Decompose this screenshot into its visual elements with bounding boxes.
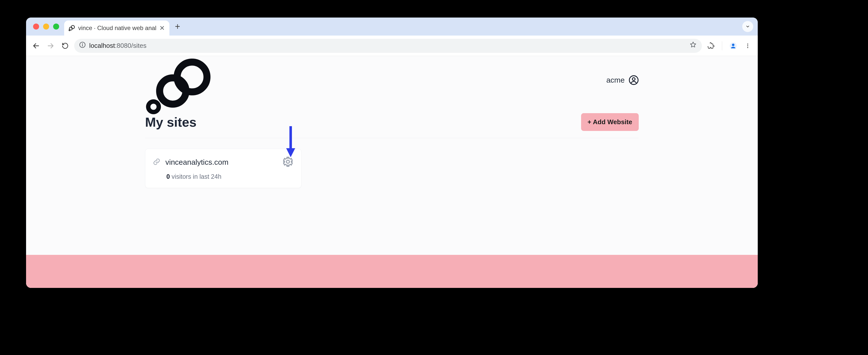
browser-window: vince · Cloud native web anal ✕ + localh…: [26, 18, 758, 288]
svg-point-9: [747, 45, 748, 46]
tab-bar: vince · Cloud native web anal ✕ +: [26, 18, 758, 36]
extensions-button[interactable]: [705, 40, 716, 51]
svg-point-8: [747, 43, 748, 44]
site-card[interactable]: vinceanalytics.com 0 visitors in last 24…: [145, 149, 302, 188]
window-maximize-button[interactable]: [53, 24, 59, 30]
nav-back-button[interactable]: [31, 40, 41, 51]
site-info-icon[interactable]: [79, 41, 86, 50]
svg-point-7: [732, 43, 735, 46]
star-icon: [689, 41, 697, 49]
svg-point-13: [148, 102, 159, 112]
tabs-dropdown-button[interactable]: [742, 21, 753, 32]
puzzle-icon: [707, 42, 714, 49]
browser-tab[interactable]: vince · Cloud native web anal ✕: [64, 21, 169, 36]
tab-close-button[interactable]: ✕: [159, 25, 165, 31]
page-title: My sites: [145, 115, 196, 130]
page-content: acme My sites + Add Website: [26, 56, 758, 288]
app-logo-icon[interactable]: [146, 59, 216, 111]
window-minimize-button[interactable]: [43, 24, 49, 30]
bookmark-star-button[interactable]: [689, 41, 697, 50]
tab-favicon-icon: [69, 25, 75, 31]
svg-point-2: [69, 30, 70, 31]
address-bar[interactable]: localhost:8080/sites: [74, 39, 702, 53]
window-close-button[interactable]: [33, 24, 39, 30]
browser-menu-button[interactable]: [742, 40, 753, 51]
gear-icon: [282, 156, 294, 167]
nav-forward-button[interactable]: [45, 40, 56, 51]
browser-toolbar: localhost:8080/sites: [26, 36, 758, 56]
svg-point-10: [747, 47, 748, 48]
profile-avatar-icon: [730, 42, 737, 50]
svg-point-16: [286, 160, 289, 163]
new-tab-button[interactable]: +: [169, 22, 186, 31]
link-icon: [153, 158, 160, 166]
tab-title: vince · Cloud native web anal: [78, 25, 156, 32]
add-website-button[interactable]: + Add Website: [581, 113, 639, 131]
url-text: localhost:8080/sites: [89, 42, 686, 50]
reload-button[interactable]: [60, 40, 71, 51]
site-settings-button[interactable]: [282, 156, 294, 168]
account-name: acme: [607, 76, 625, 84]
account-menu[interactable]: acme: [607, 75, 639, 85]
chevron-down-icon: [745, 24, 750, 29]
refresh-icon: [62, 42, 69, 49]
page-footer: [26, 255, 758, 288]
arrow-left-icon: [32, 42, 40, 50]
site-visitors-text: 0 visitors in last 24h: [166, 173, 294, 180]
svg-point-15: [632, 77, 635, 80]
site-domain: vinceanalytics.com: [165, 158, 277, 166]
arrow-right-icon: [47, 42, 54, 50]
kebab-menu-icon: [745, 43, 751, 49]
user-circle-icon: [629, 75, 639, 85]
profile-button[interactable]: [728, 40, 739, 51]
window-controls: [28, 24, 64, 30]
